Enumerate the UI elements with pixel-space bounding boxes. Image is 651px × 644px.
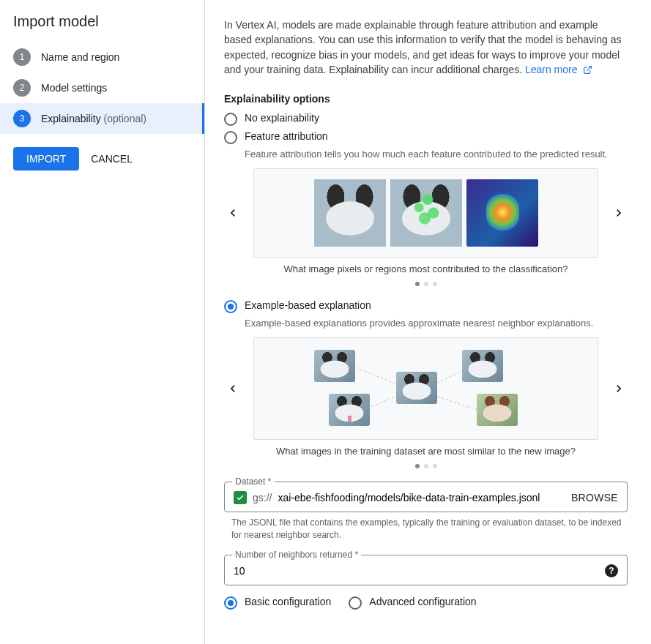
options-heading: Explainability options (224, 93, 628, 105)
radio-label: No explainability (245, 112, 319, 124)
field-label: Number of neighbors returned * (232, 550, 361, 560)
carousel-dots (224, 282, 628, 286)
example-image-overlay (390, 179, 462, 247)
radio-label: Feature attribution (245, 130, 328, 142)
gs-prefix: gs:// (253, 492, 272, 503)
carousel-next-button[interactable] (610, 380, 628, 397)
dataset-field: Dataset * gs:// BROWSE (224, 482, 628, 512)
radio-label: Basic configuration (245, 596, 331, 607)
radio-icon (224, 113, 237, 126)
check-icon (234, 491, 247, 504)
step-label-text: Explainability (41, 113, 101, 124)
radio-icon (224, 596, 237, 610)
step-label: Name and region (41, 51, 119, 63)
field-label: Dataset * (232, 476, 274, 487)
carousel-prev-button[interactable] (224, 204, 242, 222)
similarity-graph (264, 348, 587, 429)
chevron-left-icon (226, 381, 240, 396)
radio-example-based[interactable]: Example-based explanation (224, 299, 628, 313)
svg-line-0 (587, 67, 592, 71)
radio-basic-config[interactable]: Basic configuration (224, 596, 331, 610)
radio-icon (224, 300, 237, 313)
import-button[interactable]: IMPORT (13, 147, 79, 171)
step-optional-text: (optional) (104, 113, 146, 124)
help-icon[interactable]: ? (605, 564, 618, 577)
config-row: Basic configuration Advanced configurati… (224, 596, 628, 614)
step-explainability[interactable]: 3 Explainability (optional) (0, 103, 204, 134)
carousel-caption: What images in the training dataset are … (224, 446, 628, 457)
carousel-next-button[interactable] (610, 204, 628, 222)
step-model-settings[interactable]: 2 Model settings (0, 72, 204, 103)
browse-button[interactable]: BROWSE (571, 492, 618, 503)
learn-more-text: Learn more (525, 64, 578, 75)
carousel-dots (224, 464, 628, 468)
neighbors-field: Number of neighbors returned * ? (224, 555, 628, 585)
graph-node-image (462, 350, 503, 382)
action-bar: IMPORT CANCEL (0, 134, 204, 184)
radio-label: Advanced configuration (369, 596, 476, 607)
radio-label: Example-based explanation (245, 299, 371, 311)
external-link-icon (583, 64, 592, 78)
dataset-helper-text: The JSONL file that contains the example… (231, 517, 628, 542)
learn-more-link[interactable]: Learn more (525, 64, 592, 75)
chevron-right-icon (611, 206, 626, 220)
example-image-heatmap (466, 179, 538, 247)
page-title: Import model (0, 13, 204, 42)
chevron-left-icon (226, 206, 240, 220)
carousel-panel (253, 168, 598, 258)
step-number-icon: 3 (13, 110, 31, 127)
cancel-button[interactable]: CANCEL (91, 153, 133, 165)
graph-node-image-center (396, 372, 437, 404)
dot[interactable] (415, 282, 420, 286)
feature-attribution-carousel (224, 168, 628, 258)
carousel-caption: What image pixels or regions most contri… (224, 263, 628, 274)
sidebar: Import model 1 Name and region 2 Model s… (0, 0, 205, 644)
dot[interactable] (424, 464, 428, 468)
step-number-icon: 2 (13, 79, 31, 97)
carousel-panel (253, 337, 598, 440)
main-content: In Vertex AI, models are made explainabl… (205, 0, 651, 644)
dot[interactable] (424, 282, 428, 286)
example-image-original (314, 179, 386, 247)
step-number-icon: 1 (13, 48, 31, 66)
carousel-prev-button[interactable] (224, 380, 242, 397)
radio-icon (224, 131, 237, 144)
radio-feature-attribution[interactable]: Feature attribution (224, 130, 628, 144)
intro-text: In Vertex AI, models are made explainabl… (224, 18, 628, 78)
dataset-path-input[interactable] (278, 492, 565, 503)
neighbors-input[interactable] (234, 565, 599, 577)
step-label: Model settings (41, 82, 107, 94)
graph-node-image (477, 394, 518, 426)
radio-sublabel: Example-based explanations provides appr… (245, 318, 628, 329)
step-label: Explainability (optional) (41, 113, 146, 124)
radio-icon (349, 596, 362, 610)
example-based-carousel (224, 337, 628, 440)
dot[interactable] (433, 464, 437, 468)
graph-node-image (329, 394, 370, 426)
radio-advanced-config[interactable]: Advanced configuration (349, 596, 476, 610)
radio-sublabel: Feature attribution tells you how much e… (245, 149, 628, 160)
graph-node-image (314, 350, 355, 382)
chevron-right-icon (611, 381, 626, 396)
step-name-region[interactable]: 1 Name and region (0, 42, 204, 72)
dot[interactable] (415, 464, 420, 468)
radio-no-explainability[interactable]: No explainability (224, 112, 628, 126)
dot[interactable] (433, 282, 437, 286)
